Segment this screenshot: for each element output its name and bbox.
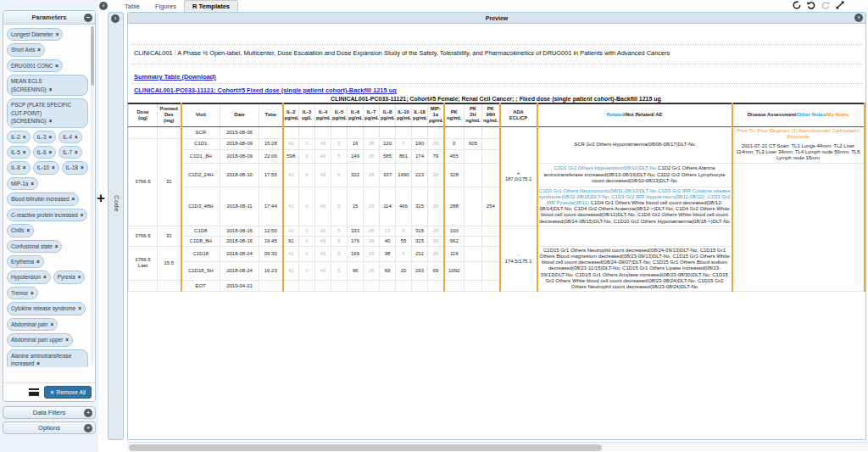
parameter-chip[interactable]: Chills× xyxy=(7,224,34,237)
chip-remove-icon[interactable]: × xyxy=(31,181,34,187)
fullscreen-icon[interactable] xyxy=(836,1,844,9)
remove-all-button[interactable]: × Remove All xyxy=(44,386,92,399)
table-cell xyxy=(283,281,299,292)
expand-data-filters-icon[interactable]: + xyxy=(84,409,92,417)
tab-figures[interactable]: Figures xyxy=(147,1,184,12)
chip-remove-icon[interactable]: × xyxy=(43,274,47,280)
table-cell: 28 xyxy=(428,138,444,149)
collapse-sidebar-icon[interactable]: ‹ xyxy=(99,2,108,10)
parameter-chip[interactable]: IL-5× xyxy=(7,146,31,159)
chip-remove-icon[interactable]: × xyxy=(36,360,40,366)
expand-preview-icon[interactable]: › xyxy=(854,14,863,22)
chip-remove-icon[interactable]: × xyxy=(23,134,26,140)
parameter-chip[interactable]: Confusional state× xyxy=(7,240,62,253)
table-cell: 28 xyxy=(428,163,444,187)
parameter-chip[interactable]: IL-2× xyxy=(7,131,31,143)
expand-options-icon[interactable]: + xyxy=(84,424,92,432)
chip-remove-icon[interactable]: × xyxy=(72,196,75,202)
redo-icon[interactable] xyxy=(821,1,830,9)
parameters-header[interactable]: Parameters − xyxy=(3,11,95,25)
table-cell xyxy=(465,187,482,226)
table-header-cell: Dose(ug) xyxy=(129,103,158,126)
parameter-chip[interactable]: MIP-1a× xyxy=(7,177,38,190)
parameter-chip[interactable]: Abdominal pain× xyxy=(7,318,58,331)
patient-data-table: Dose(ug)PremedDex(mg)VisitDateTimeIL-2pg… xyxy=(128,103,865,292)
parameter-chip[interactable]: IL-7× xyxy=(58,146,82,159)
add-panel-icon[interactable]: + xyxy=(97,190,105,207)
chip-remove-icon[interactable]: × xyxy=(49,86,53,92)
chip-remove-icon[interactable]: × xyxy=(55,63,58,69)
parameter-chip[interactable]: Cytokine release syndrome× xyxy=(7,302,86,315)
tab-r-templates[interactable]: R Templates xyxy=(184,0,238,12)
chip-remove-icon[interactable]: × xyxy=(23,149,26,155)
chip-remove-icon[interactable]: × xyxy=(23,165,26,170)
parameter-chip[interactable]: MEAN ECLS (SCREENING)× xyxy=(7,75,88,96)
chips-scrollbar-thumb[interactable] xyxy=(91,26,94,86)
summary-table-download-link[interactable]: Summary Table (Download) xyxy=(134,73,216,81)
chip-remove-icon[interactable]: × xyxy=(56,31,59,37)
cohort-link[interactable]: CLINICAL001-PC033-11121; Cohort#5 Fixed … xyxy=(134,86,397,94)
preview-title: Preview xyxy=(486,15,508,21)
parameter-chip[interactable]: Tremor× xyxy=(7,287,38,299)
code-panel-collapsed[interactable]: › Code xyxy=(108,12,124,440)
chip-remove-icon[interactable]: × xyxy=(55,243,58,249)
separator xyxy=(131,64,862,64)
table-cell: Prior Tx: Prior Regimen (1) Atezolizumab… xyxy=(732,126,865,163)
horizontal-scrollbar-thumb[interactable] xyxy=(129,444,602,451)
menu-icon[interactable] xyxy=(29,388,39,396)
chip-remove-icon[interactable]: × xyxy=(36,259,40,265)
parameter-chip[interactable]: Hypotension× xyxy=(7,271,51,283)
chip-remove-icon[interactable]: × xyxy=(78,305,81,311)
parameter-chip[interactable]: IL-6× xyxy=(33,146,57,159)
chip-remove-icon[interactable]: × xyxy=(65,337,69,343)
data-filters-accordion[interactable]: Data Filters + xyxy=(3,406,96,419)
chip-remove-icon[interactable]: × xyxy=(78,274,81,280)
chip-remove-icon[interactable]: × xyxy=(81,212,84,218)
table-cell: C1D18 xyxy=(181,246,220,261)
chip-remove-icon[interactable]: × xyxy=(48,149,52,155)
parameter-chip[interactable]: IL-10× xyxy=(33,161,59,174)
parameter-chip[interactable]: Alanine aminotransferase increased× xyxy=(7,349,88,367)
parameter-chip[interactable]: Erythema× xyxy=(7,255,44,268)
collapse-parameters-icon[interactable]: − xyxy=(84,14,92,22)
chip-remove-icon[interactable]: × xyxy=(49,118,53,124)
chip-remove-icon[interactable]: × xyxy=(75,134,78,140)
parameter-chip[interactable]: Short Axis× xyxy=(7,43,45,56)
table-header-cell: Time xyxy=(259,103,283,126)
chip-remove-icon[interactable]: × xyxy=(81,165,84,170)
parameter-chip[interactable]: Abdominal pain upper× xyxy=(7,333,73,346)
parameter-chip[interactable]: IL-3× xyxy=(33,131,57,143)
options-accordion[interactable]: Options + xyxy=(3,421,96,434)
parameter-chip[interactable]: C-reactive protein increased× xyxy=(7,209,87,221)
parameter-chip[interactable]: Pyrexia× xyxy=(53,271,86,283)
sync-icon[interactable] xyxy=(793,1,801,9)
table-cell: 42 xyxy=(283,246,299,261)
parameter-chip[interactable]: Longest Diameter× xyxy=(7,28,63,41)
table-cell: 211 xyxy=(412,246,428,261)
chip-remove-icon[interactable]: × xyxy=(75,149,78,155)
expand-code-icon[interactable]: › xyxy=(111,14,120,23)
parameter-chip[interactable]: DRUG001 CONC× xyxy=(7,59,63,72)
parameter-chip[interactable]: IL-18× xyxy=(62,161,88,174)
table-cell xyxy=(412,281,428,292)
table-cell: 91 xyxy=(283,236,299,246)
parameter-chip[interactable]: PSCP (PLATE SPECIFIC CUT-POINT) (SCREENI… xyxy=(7,98,88,127)
parameter-chip-label: DRUG001 CONC xyxy=(11,63,53,69)
chip-remove-icon[interactable]: × xyxy=(50,321,53,327)
parameter-chip[interactable]: IL-8× xyxy=(7,161,31,174)
tab-table[interactable]: Table xyxy=(117,1,147,12)
chip-remove-icon[interactable]: × xyxy=(52,165,55,170)
parameter-chip[interactable]: Blood bilirubin increased× xyxy=(7,193,79,205)
table-cell: 337 xyxy=(380,163,396,187)
parameter-chip[interactable]: IL-4× xyxy=(58,131,82,143)
table-cell: 22:06 xyxy=(259,149,283,163)
table-cell xyxy=(482,126,500,138)
chips-scrollbar[interactable] xyxy=(91,26,94,364)
chip-remove-icon[interactable]: × xyxy=(31,290,34,296)
chip-remove-icon[interactable]: × xyxy=(26,227,30,233)
undo-icon[interactable] xyxy=(807,1,815,9)
table-cell: 49 xyxy=(315,236,331,246)
horizontal-scrollbar[interactable] xyxy=(127,442,868,451)
chip-remove-icon[interactable]: × xyxy=(48,134,52,140)
chip-remove-icon[interactable]: × xyxy=(37,47,41,53)
